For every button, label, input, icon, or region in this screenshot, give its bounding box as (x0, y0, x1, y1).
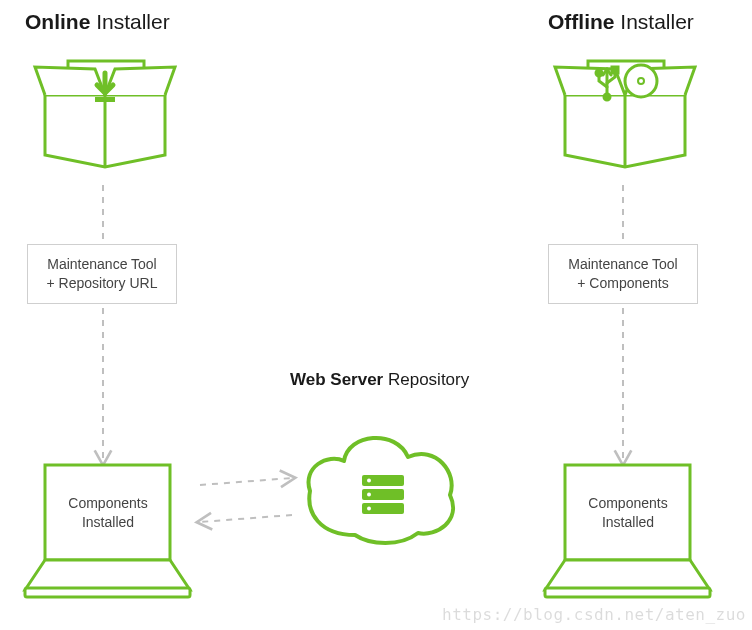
svg-point-6 (596, 70, 602, 76)
offline-heading: Offline Installer (548, 10, 694, 34)
svg-line-11 (200, 478, 292, 485)
svg-point-17 (367, 493, 371, 497)
offline-installer-icon (555, 61, 695, 167)
svg-line-12 (200, 515, 292, 522)
svg-rect-20 (545, 588, 710, 597)
svg-rect-5 (612, 67, 618, 73)
watermark: https://blog.csdn.net/aten_zuo (442, 605, 746, 624)
online-heading: Online Installer (25, 10, 170, 34)
svg-point-16 (367, 479, 371, 483)
svg-point-4 (604, 94, 610, 100)
svg-rect-0 (95, 97, 115, 102)
svg-point-18 (367, 507, 371, 511)
repo-heading: Web Server Repository (290, 370, 469, 390)
cloud-server-icon (309, 438, 454, 543)
laptop-right-label: Components Installed (578, 494, 678, 532)
maintenance-components-box: Maintenance Tool + Components (548, 244, 698, 304)
maintenance-url-box: Maintenance Tool + Repository URL (27, 244, 177, 304)
svg-rect-19 (25, 588, 190, 597)
online-installer-icon (35, 61, 175, 167)
laptop-left-label: Components Installed (58, 494, 158, 532)
svg-point-1 (625, 65, 657, 97)
